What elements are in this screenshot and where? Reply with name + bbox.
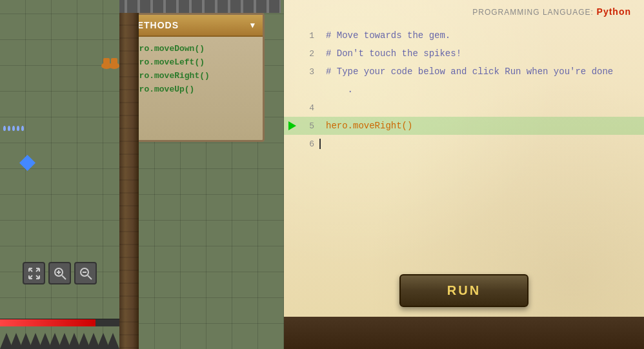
zoom-in-button[interactable] [48,262,71,284]
game-area: METHODS ▼ hero.moveDown() hero.moveLeft(… [0,0,284,349]
line-content-1: # Move towards the gem. [319,30,450,41]
expand-button[interactable] [23,262,45,284]
method-item-moveleft[interactable]: hero.moveLeft() [129,55,255,69]
editor-panel: PROGRAMMING LANGUAGE: Python 1 # Move to… [284,0,644,349]
zoom-out-button[interactable] [74,262,97,284]
method-item-moveup[interactable]: hero.moveUp() [129,83,255,96]
hero-icon [100,52,119,71]
line-number-3: 3 [300,67,319,77]
zoom-controls [23,262,97,284]
progress-bar-fill [0,319,96,326]
code-line-1: 1 # Move towards the gem. [284,26,644,45]
svg-marker-34 [106,333,119,349]
run-button-area: RUN [284,264,644,317]
line-number-4: 4 [300,103,319,113]
water-effect [3,126,24,131]
methods-arrow-icon[interactable]: ▼ [250,21,255,30]
svg-rect-1 [103,58,110,67]
play-arrow-icon [288,121,296,130]
svg-line-22 [88,275,92,279]
line-number-6: 6 [300,139,319,149]
spikes-decoration [0,330,119,349]
line-number-5: 5 [300,121,319,131]
lang-name: Python [597,6,631,17]
bottom-controls [0,259,119,310]
line-content-3: # Type your code below and click Run whe… [319,66,613,77]
run-button[interactable]: RUN [399,274,528,307]
method-item-movedown[interactable]: hero.moveDown() [129,42,255,55]
line-content-2: # Don't touch the spikes! [319,48,461,59]
method-item-moveright[interactable]: hero.moveRight() [129,69,255,83]
code-line-3: 3 # Type your code below and click Run w… [284,63,644,81]
code-line-5: 5 hero.moveRight() [284,117,644,135]
code-line-4: 4 [284,99,644,117]
wood-divider [119,0,139,349]
line-number-2: 2 [300,49,319,59]
line-number-1: 1 [300,31,319,41]
methods-list: hero.moveDown() hero.moveLeft() hero.mov… [121,37,263,101]
bottom-wood-panel [284,317,644,349]
line-content-3b: . [319,85,353,95]
methods-panel: METHODS ▼ hero.moveDown() hero.moveLeft(… [119,13,265,142]
editor-header: PROGRAMMING LANGUAGE: Python [284,0,644,23]
code-line-6: 6 [284,135,644,153]
progress-bar-container [0,319,119,326]
code-line-2: 2 # Don't touch the spikes! [284,45,644,63]
svg-line-19 [62,275,66,279]
code-area[interactable]: 1 # Move towards the gem. 2 # Don't touc… [284,23,644,264]
line-content-6 [319,139,332,149]
code-line-3b: . [284,81,644,99]
methods-header: METHODS ▼ [121,15,263,37]
svg-rect-3 [111,58,117,67]
line-content-5: hero.moveRight() [319,121,412,131]
chain-decoration [119,0,281,13]
line-indicator-5 [284,121,300,130]
lang-label: PROGRAMMING LANGUAGE: [472,8,594,17]
